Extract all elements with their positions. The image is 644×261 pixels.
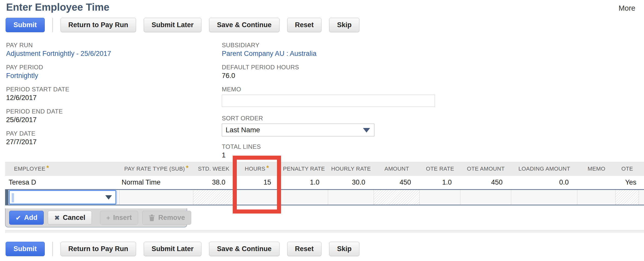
edit-cell-penalty-rate[interactable] <box>280 190 328 205</box>
cell-hours: 15 <box>234 176 280 189</box>
add-line-button[interactable]: ✔ Add <box>9 211 44 225</box>
bottom-action-bar: Submit Return to Pay Run Submit Later Sa… <box>6 242 359 256</box>
pay-run-link[interactable]: Adjustment Fortnightly - 25/6/2017 <box>6 49 210 58</box>
field-total-lines: TOTAL LINES 1 <box>222 143 451 160</box>
new-line-edit-row <box>5 189 644 205</box>
submit-later-button[interactable]: Submit Later <box>144 242 201 256</box>
field-sort-order: SORT ORDER Last Name <box>222 115 451 136</box>
edit-cell-ote-disabled <box>616 190 639 205</box>
edit-cell-hourly-rate[interactable] <box>328 190 374 205</box>
edit-cell-employee <box>5 190 120 205</box>
reset-button[interactable]: Reset <box>287 242 322 256</box>
col-header-std-week[interactable]: STD. WEEK <box>193 162 234 175</box>
divider <box>52 242 53 256</box>
sublist-header-row: EMPLOYEE* PAY RATE TYPE (SUB)* STD. WEEK… <box>5 162 644 176</box>
edit-cell-pay-rate-type[interactable] <box>120 190 193 205</box>
cell-hourly-rate: 30.0 <box>328 176 374 189</box>
cell-std-week: 38.0 <box>193 176 234 189</box>
pay-date-label: PAY DATE <box>6 130 210 137</box>
field-column-right: SUBSIDIARY Parent Company AU : Australia… <box>222 41 451 165</box>
period-end-date-value: 25/6/2017 <box>6 115 210 124</box>
cancel-line-button[interactable]: ✖ Cancel <box>48 211 92 225</box>
sublist-footer-strip <box>5 230 644 233</box>
cell-amount: 450 <box>374 176 420 189</box>
submit-button[interactable]: Submit <box>6 242 45 256</box>
field-period-end-date: PERIOD END DATE 25/6/2017 <box>6 108 210 124</box>
return-to-pay-run-button[interactable]: Return to Pay Run <box>61 18 136 32</box>
col-header-hours[interactable]: HOURS* <box>234 162 280 175</box>
employee-time-sublist: EMPLOYEE* PAY RATE TYPE (SUB)* STD. WEEK… <box>5 162 644 205</box>
field-column-left: PAY RUN Adjustment Fortnightly - 25/6/20… <box>6 41 210 152</box>
default-period-hours-value: 76.0 <box>222 71 451 80</box>
cell-penalty-rate: 1.0 <box>280 176 328 189</box>
col-header-loading-amount[interactable]: LOADING AMOUNT <box>511 162 577 175</box>
check-icon: ✔ <box>16 215 21 221</box>
col-header-employee[interactable]: EMPLOYEE* <box>5 162 120 175</box>
chevron-down-icon <box>363 128 370 133</box>
plus-icon: + <box>106 215 110 221</box>
cell-ote-rate: 1.0 <box>420 176 460 189</box>
divider <box>52 18 53 32</box>
sort-order-selected-value: Last Name <box>226 126 260 134</box>
text-cursor <box>12 193 14 202</box>
cell-pay-rate-type: Normal Time <box>120 176 193 189</box>
return-to-pay-run-button[interactable]: Return to Pay Run <box>61 242 136 256</box>
col-header-hourly-rate[interactable]: HOURLY RATE <box>328 162 374 175</box>
sort-order-select[interactable]: Last Name <box>222 124 374 136</box>
period-start-date-value: 12/6/2017 <box>6 93 210 102</box>
insert-line-button[interactable]: + Insert <box>100 211 138 225</box>
col-header-amount[interactable]: AMOUNT <box>374 162 420 175</box>
field-default-period-hours: DEFAULT PERIOD HOURS 76.0 <box>222 63 451 80</box>
more-link[interactable]: More <box>619 4 635 12</box>
field-pay-date: PAY DATE 27/7/2017 <box>6 130 210 146</box>
top-action-bar: Submit Return to Pay Run Submit Later Sa… <box>6 18 359 32</box>
required-marker: * <box>266 164 269 172</box>
col-header-ote-amount[interactable]: OTE AMOUNT <box>460 162 511 175</box>
col-header-penalty-rate[interactable]: PENALTY RATE <box>280 162 328 175</box>
col-header-memo[interactable]: MEMO <box>577 162 616 175</box>
subsidiary-link[interactable]: Parent Company AU : Australia <box>222 49 451 58</box>
save-and-continue-button[interactable]: Save & Continue <box>209 18 280 32</box>
chevron-down-icon[interactable] <box>105 195 112 200</box>
edit-cell-ote-rate[interactable] <box>420 190 460 205</box>
field-period-start-date: PERIOD START DATE 12/6/2017 <box>6 86 210 102</box>
field-memo: MEMO <box>222 86 451 107</box>
submit-button[interactable]: Submit <box>6 18 45 32</box>
edit-cell-ote-amount[interactable] <box>460 190 511 205</box>
edit-cell-std-week-disabled <box>193 190 234 205</box>
cell-ote: Yes <box>616 176 639 189</box>
col-header-pay-rate-type[interactable]: PAY RATE TYPE (SUB)* <box>120 162 193 175</box>
skip-button[interactable]: Skip <box>329 242 359 256</box>
pay-period-link[interactable]: Fortnightly <box>6 71 210 80</box>
page-title: Enter Employee Time <box>6 2 109 13</box>
edit-cell-hours[interactable] <box>234 190 280 205</box>
submit-later-button[interactable]: Submit Later <box>144 18 201 32</box>
skip-button[interactable]: Skip <box>329 18 359 32</box>
edit-cell-memo[interactable] <box>577 190 616 205</box>
remove-line-button[interactable]: Remove <box>142 211 191 225</box>
subsidiary-label: SUBSIDIARY <box>222 41 451 49</box>
active-row-indicator <box>5 190 8 205</box>
edit-cell-loading-amount[interactable] <box>511 190 577 205</box>
required-marker: * <box>186 164 188 172</box>
total-lines-label: TOTAL LINES <box>222 143 451 151</box>
period-start-date-label: PERIOD START DATE <box>6 86 210 93</box>
memo-input[interactable] <box>222 95 435 107</box>
pay-period-label: PAY PERIOD <box>6 63 210 71</box>
save-and-continue-button[interactable]: Save & Continue <box>209 242 280 256</box>
col-header-ote[interactable]: OTE <box>616 162 639 175</box>
line-edit-toolbar: ✔ Add ✖ Cancel + Insert Remove <box>5 208 187 227</box>
field-pay-run: PAY RUN Adjustment Fortnightly - 25/6/20… <box>6 41 210 58</box>
field-subsidiary: SUBSIDIARY Parent Company AU : Australia <box>222 41 451 58</box>
reset-button[interactable]: Reset <box>287 18 322 32</box>
cell-loading-amount: 0.0 <box>511 176 577 189</box>
table-row[interactable]: Teresa D Normal Time 38.0 15 1.0 30.0 45… <box>5 176 644 189</box>
trash-icon <box>149 214 155 222</box>
total-lines-value: 1 <box>222 151 451 160</box>
cell-memo <box>577 176 616 189</box>
required-marker: * <box>46 164 49 172</box>
pay-date-value: 27/7/2017 <box>6 137 210 146</box>
field-pay-period: PAY PERIOD Fortnightly <box>6 63 210 80</box>
col-header-ote-rate[interactable]: OTE RATE <box>420 162 460 175</box>
employee-combo-input[interactable] <box>9 190 116 204</box>
